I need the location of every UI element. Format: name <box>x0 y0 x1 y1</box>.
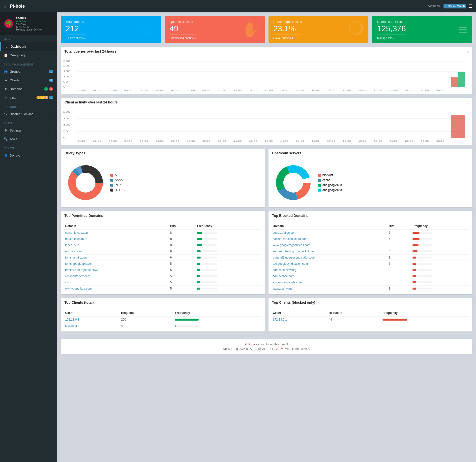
domain-cell[interactable]: fonts.gstatic.com <box>63 255 168 261</box>
domain-link[interactable]: adservice.google.com <box>273 281 302 284</box>
domain-cell[interactable]: securepubads.g.doubleclick.net <box>271 248 387 255</box>
domain-cell[interactable]: ineed2s.ro <box>63 242 168 248</box>
domain-cell[interactable]: www.cancan.ro <box>63 248 168 255</box>
domain-cell[interactable]: fonts.googleapis.com <box>63 261 168 267</box>
sidebar-item-domains[interactable]: ≡ Domains 0 0 <box>0 85 57 93</box>
chart-title-total: Total queries over last 24 hours <box>64 49 117 53</box>
domain-link[interactable]: fonts.googleapis.com <box>65 262 93 265</box>
domain-cell[interactable]: cdn.cxense.com <box>271 273 387 279</box>
domain-cell[interactable]: clickpentrufemei.ro <box>63 273 168 279</box>
stat-footer-domains[interactable]: Manage lists ℹ <box>377 34 406 39</box>
sidebar-item-tools[interactable]: 🔧 Tools ‹ <box>0 135 57 143</box>
svg-text:17:00: 17:00 <box>327 140 335 142</box>
footer-ftl-label: FTL <box>270 347 275 351</box>
nav-menu-button[interactable]: ☰ <box>468 3 472 9</box>
domain-link[interactable]: cdn.uniqvate.app <box>65 231 88 234</box>
sidebar-item-disable-blocking[interactable]: 🛡 Disable Blocking ‹ <box>0 110 57 118</box>
domain-link[interactable]: www.cloudflare.com <box>65 287 92 290</box>
domain-link[interactable]: cdn.cookielaw.org <box>273 268 297 272</box>
svg-text:23:00: 23:00 <box>421 140 429 142</box>
domain-cell[interactable]: www.clarity.ms <box>271 286 387 292</box>
chevron-disable-blocking: ‹ <box>53 113 53 115</box>
domain-cell[interactable]: www.cloudflare.com <box>63 286 168 292</box>
domain-cell[interactable]: cdn.cookielaw.org <box>271 267 387 273</box>
svg-text:16:00: 16:00 <box>311 140 320 142</box>
stat-icon-percentage <box>349 21 363 39</box>
domain-cell[interactable]: www.googletagservices.com <box>271 242 387 248</box>
freq-cell <box>195 273 262 279</box>
sidebar-item-query-log[interactable]: 📋 Query Log <box>0 51 57 60</box>
legend-item-ptr: PTR <box>110 183 124 187</box>
col-requests-blocked-h: Requests <box>327 310 381 316</box>
info-icon-chart-client[interactable]: ℹ <box>467 100 469 104</box>
client-link[interactable]: localhost <box>65 324 77 328</box>
domain-link[interactable]: www.googletagservices.com <box>273 243 310 247</box>
hits-cell: 6 <box>168 255 195 261</box>
domain-link[interactable]: click.ro <box>65 281 74 284</box>
section-title-group: GROUP MANAGEMENT <box>0 62 57 67</box>
card-body-upstream: blocklist cache dns.google#53 dns.g <box>268 158 473 207</box>
sidebar-label-settings: Settings <box>10 129 21 132</box>
domain-link[interactable]: cookie-cdn.cookiepro.com <box>273 237 307 241</box>
domain-cell[interactable]: cdn.uniqvate.app <box>63 230 168 236</box>
domain-cell[interactable]: tpc.googlesyndication.com <box>271 261 387 267</box>
freq-cell <box>411 248 470 255</box>
domain-link[interactable]: ineed2s.ro <box>65 243 79 247</box>
stat-box-total-queries: Total queries 212 2 active clients ℹ 🌐 <box>61 16 161 43</box>
freq-bar <box>413 269 416 271</box>
freq-bar-container <box>197 250 217 252</box>
domain-cell[interactable]: pagead2.googlesyndication.com <box>271 255 387 261</box>
sidebar-toggle-button[interactable]: « <box>4 4 6 9</box>
table-row: localhost 4 <box>63 323 262 329</box>
svg-text:05:00: 05:00 <box>140 89 148 91</box>
client-cell[interactable]: localhost <box>63 323 119 329</box>
domain-link[interactable]: www.cancan.ro <box>65 250 85 253</box>
client-cell[interactable]: 172.18.0.1 <box>271 316 327 323</box>
sidebar-item-clients[interactable]: 🖥 Clients 8 <box>0 76 57 85</box>
stat-footer-percentage[interactable]: List all queries ℹ <box>273 34 302 39</box>
sidebar-item-lists[interactable]: ≡ Lists 185,376 1 <box>0 93 57 102</box>
clients-icon: 🖥 <box>4 78 8 82</box>
domain-link[interactable]: securepubads.g.doubleclick.net <box>273 250 315 253</box>
freq-cell <box>195 286 262 292</box>
domain-cell[interactable]: cookie-cdn.cookiepro.com <box>271 236 387 242</box>
client-cell[interactable]: 172.18.0.1 <box>63 316 119 323</box>
query-types-title: Query Types <box>64 151 85 155</box>
domain-link[interactable]: tpc.googlesyndication.com <box>273 262 308 265</box>
domain-link[interactable]: fonts.gstatic.com <box>65 256 88 259</box>
stat-footer-percentage-text: List all queries <box>273 36 291 39</box>
sidebar-item-donate[interactable]: 👤 Donate <box>0 151 57 160</box>
stat-footer-total[interactable]: 2 active clients ℹ <box>66 34 86 39</box>
domain-link[interactable]: media.cancan.ro <box>65 237 87 241</box>
domain-link[interactable]: code1.adtlgc.com <box>273 231 296 234</box>
freq-bar <box>413 238 419 240</box>
domain-cell[interactable]: media.cancan.ro <box>63 236 168 242</box>
freq-bar <box>175 319 199 321</box>
sidebar-item-groups[interactable]: 👥 Groups 1 <box>0 67 57 76</box>
domain-link[interactable]: tracker.adh.repenio.news <box>65 268 98 272</box>
domain-cell[interactable]: code1.adtlgc.com <box>271 230 387 236</box>
info-icon-chart-total[interactable]: ℹ <box>467 50 469 53</box>
domain-link[interactable]: cdn.cxense.com <box>273 274 295 278</box>
freq-bar <box>197 281 200 283</box>
lists-badge-blue: 1 <box>49 96 53 99</box>
domain-link[interactable]: www.clarity.ms <box>273 287 292 290</box>
client-link[interactable]: 172.18.0.1 <box>273 318 287 321</box>
domain-link[interactable]: pagead2.googlesyndication.com <box>273 256 316 259</box>
sidebar-item-settings[interactable]: ⚙ Settings ‹ <box>0 126 57 135</box>
client-link[interactable]: 172.18.0.1 <box>65 318 79 321</box>
footer-donate-link[interactable]: Donate <box>248 343 257 346</box>
freq-bar <box>413 288 416 290</box>
col-freq-blocked: Frequency <box>411 223 470 230</box>
domain-cell[interactable]: click.ro <box>63 279 168 286</box>
domain-cell[interactable]: tracker.adh.repenio.news <box>63 267 168 273</box>
legend-label-aaaa: AAAA <box>115 178 123 182</box>
sidebar-item-dashboard[interactable]: ⌂ Dashboard <box>0 42 57 51</box>
card-header-client-activity: Client activity over last 24 hours ℹ <box>61 98 472 107</box>
stat-footer-total-text: 2 active clients <box>66 36 84 39</box>
stat-footer-blocked[interactable]: List blocked queries ℹ <box>170 34 196 39</box>
domain-link[interactable]: clickpentrufemei.ro <box>65 274 90 278</box>
query-types-donut <box>66 163 105 202</box>
freq-bar-container <box>413 250 432 252</box>
domain-cell[interactable]: adservice.google.com <box>271 279 387 286</box>
